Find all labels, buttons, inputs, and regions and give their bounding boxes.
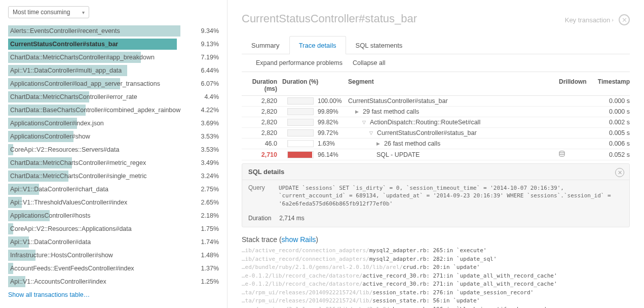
transaction-label: CoreApi::V2::Resources::Servers#data [10, 144, 119, 155]
tree-toggle-icon[interactable]: ▽ [362, 120, 367, 125]
stack-trace-line: …ib/active_record/connection_adapters/my… [242, 247, 630, 255]
tree-toggle-icon[interactable]: ▶ [355, 109, 360, 114]
transaction-label: ChartData::MetricChartsController#app_br… [10, 52, 155, 63]
transaction-row[interactable]: Api::V1::ThresholdValuesController#index… [8, 196, 219, 209]
chevron-right-icon: › [612, 17, 614, 23]
percent-text: 96.14% [318, 151, 338, 158]
transaction-row[interactable]: Api::V1::DataController#data1.74% [8, 235, 219, 249]
percent-bar [287, 97, 314, 105]
segment-name: 29 fast method calls [363, 108, 419, 115]
transaction-row[interactable]: CoreApi::V2::Resources::Servers#data3.53… [8, 143, 219, 156]
show-all-link[interactable]: Show all transactions table… [8, 291, 90, 298]
stack-trace-line: …e-0.1.2/lib/record_cache/datastore/acti… [242, 272, 630, 281]
transaction-row[interactable]: ApplicationsController#index.json3.69% [8, 117, 219, 130]
key-transaction-link[interactable]: Key transaction › [565, 16, 614, 24]
tree-toggle-icon[interactable]: ▽ [369, 130, 374, 135]
transaction-percent: 1.48% [188, 252, 219, 259]
trace-row[interactable]: 2,82099.89%▶29 fast method calls0.000 s [242, 107, 630, 117]
transaction-label: ApplicationsController#index.json [10, 118, 104, 129]
sql-details-title: SQL details [242, 164, 629, 180]
percent-text: 99.72% [318, 129, 338, 136]
transaction-percent: 2.65% [188, 199, 219, 206]
percent-bar [287, 119, 314, 126]
trace-body: 2,820100.00%CurrentStatusController#stat… [242, 96, 630, 160]
tab-summary[interactable]: Summary [242, 36, 289, 54]
trace-row[interactable]: 2,82099.72%▽CurrentStatusController#stat… [242, 128, 630, 139]
timestamp: 0.052 s [589, 151, 630, 158]
tab-trace-details[interactable]: Trace details [289, 36, 346, 54]
transaction-row[interactable]: Api::V1::DataController#chart_data2.75% [8, 183, 219, 196]
transaction-row[interactable]: AccountFeeds::EventFeedsController#index… [8, 262, 219, 275]
timestamp: 0.000 s [589, 97, 630, 105]
transaction-label: Api::V1::DataController#chart_data [10, 184, 108, 195]
transaction-percent: 9.34% [188, 27, 219, 35]
transaction-row[interactable]: ChartData::MetricChartsController#error_… [8, 90, 219, 104]
transaction-label: AccountFeeds::EventFeedsController#index [10, 263, 134, 274]
percent-bar [287, 140, 314, 147]
transaction-percent: 7.19% [188, 54, 219, 61]
trace-row[interactable]: 2,820100.00%CurrentStatusController#stat… [242, 96, 630, 107]
stack-trace-lines: …ib/active_record/connection_adapters/my… [242, 247, 630, 308]
close-icon[interactable]: ✕ [619, 14, 630, 25]
transaction-row[interactable]: ChartData::MetricChartsController#app_br… [8, 51, 219, 64]
col-drilldown: Drilldown [559, 78, 589, 92]
transaction-row[interactable]: ApplicationsController#hosts2.18% [8, 209, 219, 222]
percent-text: 99.89% [318, 108, 338, 115]
transaction-row[interactable]: Alerts::EventsController#recent_events9.… [8, 24, 219, 38]
transaction-row[interactable]: Api::V1::DataController#multi_app_data6.… [8, 64, 219, 77]
sql-query-text: UPDATE `sessions` SET `is_dirty` = 0, `s… [279, 184, 623, 208]
transaction-percent: 1.75% [188, 225, 219, 232]
close-icon[interactable]: ✕ [615, 168, 624, 177]
transaction-label: ApplicationsController#load_app_server_t… [10, 78, 160, 89]
stack-trace-line: …ib/active_record/connection_adapters/my… [242, 255, 630, 264]
duration-ms: 2,710 [242, 151, 277, 158]
chevron-down-icon: ▾ [82, 10, 85, 15]
transaction-row[interactable]: Infrastructure::HostsController#show1.48… [8, 249, 219, 262]
sort-dropdown[interactable]: Most time consuming ▾ [8, 6, 89, 18]
trace-row[interactable]: 2,71096.14%SQL - UPDATE0.052 s [242, 149, 630, 160]
transaction-percent: 3.69% [188, 120, 219, 127]
timestamp: 0.006 s [589, 140, 630, 147]
segment-name: 26 fast method calls [384, 140, 440, 147]
timestamp: 0.002 s [589, 119, 630, 126]
segment-name: ActionDispatch::Routing::RouteSet#call [370, 119, 480, 126]
database-icon[interactable] [559, 151, 565, 157]
transaction-label: Alerts::EventsController#recent_events [10, 25, 120, 37]
expand-problems-button[interactable]: Expand performance problems [256, 59, 343, 66]
transaction-row[interactable]: ApplicationsController#load_app_server_t… [8, 77, 219, 90]
transaction-label: ChartData::BaseChartsController#combined… [10, 105, 180, 116]
duration-ms: 2,820 [242, 97, 277, 105]
segment-name: CurrentStatusController#status_bar [377, 129, 477, 136]
transaction-label: Infrastructure::HostsController#show [10, 250, 113, 261]
transaction-percent: 3.53% [188, 133, 219, 140]
transaction-percent: 4.22% [188, 107, 219, 114]
transaction-row[interactable]: ChartData::MetricChartsController#metric… [8, 156, 219, 169]
trace-row[interactable]: 46.01.63%▶26 fast method calls0.006 s [242, 139, 630, 149]
transaction-percent: 4.4% [188, 93, 219, 100]
tab-sql-statements[interactable]: SQL statements [346, 36, 412, 54]
col-duration-pct: Duration (%) [277, 78, 343, 92]
transaction-row[interactable]: Api::V1::AccountsController#index1.25% [8, 275, 219, 288]
percent-bar [287, 129, 314, 136]
tree-toggle-icon[interactable]: ▶ [376, 141, 382, 146]
transaction-percent: 3.49% [188, 159, 219, 166]
duration-ms: 2,820 [242, 108, 277, 115]
collapse-all-button[interactable]: Collapse all [353, 59, 386, 66]
transaction-percent: 6.44% [188, 67, 219, 74]
transaction-label: ChartData::MetricChartsController#metric… [10, 157, 146, 168]
transaction-percent: 2.75% [188, 186, 219, 193]
transaction-label: ApplicationsController#hosts [10, 210, 90, 221]
stack-trace-line: …ta/rpm_ui/releases/20140922215724/lib/s… [242, 297, 630, 305]
transaction-label: Api::V1::ThresholdValuesController#index [10, 197, 127, 208]
percent-text: 1.63% [318, 140, 335, 147]
col-segment: Segment [343, 78, 559, 92]
transaction-row[interactable]: ApplicationsController#show3.53% [8, 130, 219, 143]
trace-row[interactable]: 2,82099.82%▽ActionDispatch::Routing::Rou… [242, 117, 630, 128]
duration-ms: 2,820 [242, 119, 277, 126]
transaction-row[interactable]: CoreApi::V2::Resources::Applications#dat… [8, 222, 219, 235]
transaction-row[interactable]: CurrentStatusController#status_bar9.13% [8, 38, 219, 51]
transaction-row[interactable]: ChartData::BaseChartsController#combined… [8, 104, 219, 117]
transaction-percent: 3.53% [188, 146, 219, 153]
transaction-row[interactable]: ChartData::MetricChartsController#single… [8, 169, 219, 183]
show-rails-link[interactable]: show Rails [282, 235, 316, 244]
